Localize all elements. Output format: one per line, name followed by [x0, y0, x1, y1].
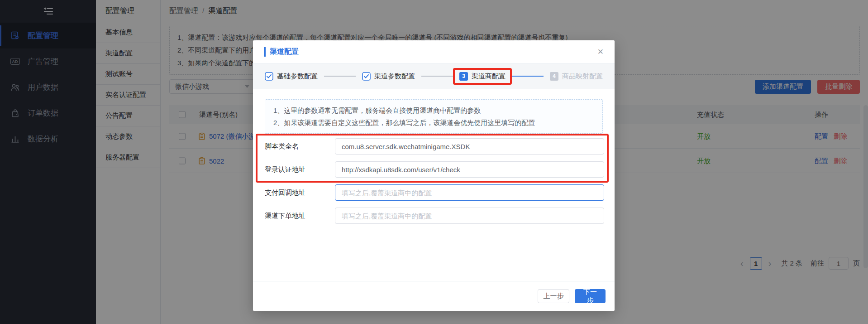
app-root: 配置管理 AD 广告管理 用户数据 [0, 0, 868, 324]
modal-header: 渠道配置 ✕ [253, 40, 615, 63]
modal-form: 脚本类全名 登录认证地址 支付回调地址 渠道下单地址 [265, 138, 604, 231]
step-connector [324, 76, 356, 77]
close-icon[interactable]: ✕ [597, 47, 604, 57]
step-label: 渠道商配置 [472, 72, 506, 81]
field-label: 登录认证地址 [265, 165, 335, 174]
form-row: 登录认证地址 [265, 161, 604, 178]
channel-config-modal: 渠道配置 ✕ 基础参数配置 渠道参数配置 3 渠道商配置 [253, 40, 615, 311]
step-channel-params[interactable]: 渠道参数配置 [362, 72, 415, 81]
step-product-mapping[interactable]: 4 商品映射配置 [550, 72, 603, 81]
order-url-input[interactable] [335, 208, 604, 224]
modal-title: 渠道配置 [264, 47, 299, 57]
step-wizard: 基础参数配置 渠道参数配置 3 渠道商配置 4 商品映射配置 [253, 63, 615, 89]
field-label: 渠道下单地址 [265, 212, 335, 220]
step-label: 基础参数配置 [277, 72, 318, 81]
step-label: 渠道参数配置 [374, 72, 415, 81]
pay-callback-input[interactable] [335, 184, 604, 201]
form-row: 渠道下单地址 [265, 208, 604, 224]
modal-footer: 上一步 下一步 [253, 281, 615, 311]
step-connector [421, 76, 453, 77]
form-row: 脚本类全名 [265, 138, 604, 155]
step-check-icon [362, 72, 371, 81]
step-channel-provider[interactable]: 3 渠道商配置 [453, 68, 512, 85]
form-row: 支付回调地址 [265, 184, 604, 201]
script-class-input[interactable] [335, 138, 604, 155]
next-step-button[interactable]: 下一步 [575, 289, 606, 303]
field-label: 脚本类全名 [265, 142, 335, 151]
auth-url-input[interactable] [335, 161, 604, 178]
step-basic-params[interactable]: 基础参数配置 [265, 72, 318, 81]
prev-step-button[interactable]: 上一步 [538, 289, 569, 303]
tip-line: 1、这里的参数通常无需配置，服务端会直接使用渠道商中配置的参数 [273, 104, 594, 116]
tip-line: 2、如果该渠道需要自定义这些配置，那么填写之后，该渠道会优先使用这里填写的配置 [273, 116, 594, 129]
step-number-badge: 4 [550, 72, 558, 81]
step-connector [512, 76, 544, 77]
modal-tips: 1、这里的参数通常无需配置，服务端会直接使用渠道商中配置的参数 2、如果该渠道需… [265, 99, 603, 134]
step-check-icon [265, 72, 273, 81]
step-label: 商品映射配置 [562, 72, 603, 81]
step-number-badge: 3 [459, 72, 468, 81]
field-label: 支付回调地址 [265, 189, 335, 197]
